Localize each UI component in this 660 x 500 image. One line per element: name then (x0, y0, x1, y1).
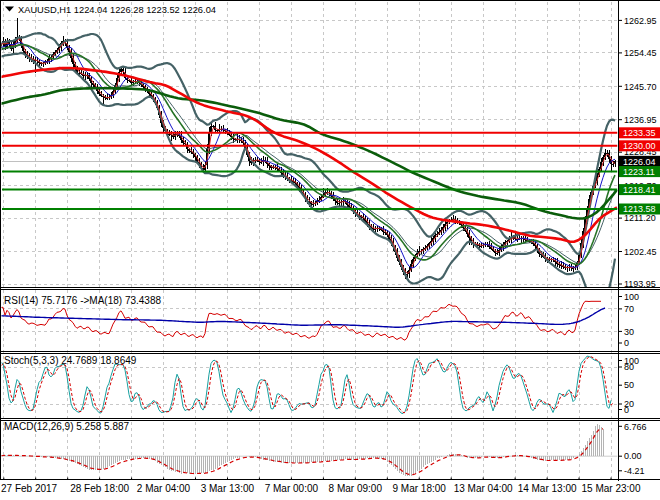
svg-text:1211.20: 1211.20 (624, 213, 656, 223)
svg-text:15 Mar 23:00: 15 Mar 23:00 (582, 483, 641, 494)
svg-text:1213.58: 1213.58 (623, 204, 656, 214)
svg-text:1233.35: 1233.35 (623, 128, 656, 138)
svg-text:30: 30 (624, 327, 634, 337)
svg-text:100: 100 (624, 292, 639, 302)
svg-text:MACD(12,26,9) 5.258 5.887: MACD(12,26,9) 5.258 5.887 (4, 421, 130, 432)
svg-text:27 Feb 2017: 27 Feb 2017 (1, 483, 58, 494)
svg-text:1193.95: 1193.95 (624, 279, 656, 289)
svg-text:50: 50 (624, 380, 634, 390)
svg-text:1202.45: 1202.45 (624, 247, 657, 257)
svg-text:RSI(14) 75.7176 ->MA(18) 73.4: RSI(14) 75.7176 ->MA(18) 73.4388 (4, 295, 161, 306)
svg-text:1254.45: 1254.45 (624, 48, 657, 58)
svg-text:1218.41: 1218.41 (623, 185, 656, 195)
svg-text:14 Mar 13:00: 14 Mar 13:00 (518, 483, 577, 494)
svg-text:1236.95: 1236.95 (624, 115, 657, 125)
svg-text:8 Mar 09:00: 8 Mar 09:00 (329, 483, 383, 494)
svg-text:80: 80 (624, 362, 634, 372)
svg-text:0.00: 0.00 (624, 451, 642, 461)
svg-text:-4.21: -4.21 (624, 466, 645, 476)
svg-text:1230.00: 1230.00 (623, 141, 656, 151)
svg-text:70: 70 (624, 304, 634, 314)
svg-text:XAUUSD,H1 1224.04 1226.28 122: XAUUSD,H1 1224.04 1226.28 1223.52 1226.0… (18, 5, 216, 15)
svg-text:28 Feb 18:00: 28 Feb 18:00 (70, 483, 129, 494)
svg-text:2 Mar 04:00: 2 Mar 04:00 (137, 483, 191, 494)
svg-text:1262.95: 1262.95 (624, 16, 657, 26)
svg-text:6.766: 6.766 (624, 422, 647, 432)
svg-text:1245.70: 1245.70 (624, 82, 657, 92)
svg-text:1223.11: 1223.11 (623, 167, 655, 177)
svg-text:9 Mar 18:00: 9 Mar 18:00 (393, 483, 447, 494)
svg-text:7 Mar 00:00: 7 Mar 00:00 (265, 483, 319, 494)
svg-text:Stoch(5,3,3) 24.7689 18.8649: Stoch(5,3,3) 24.7689 18.8649 (4, 355, 137, 366)
svg-text:0: 0 (624, 338, 629, 348)
svg-text:1226.04: 1226.04 (623, 157, 656, 167)
svg-text:0: 0 (624, 405, 629, 415)
svg-text:3 Mar 13:00: 3 Mar 13:00 (201, 483, 255, 494)
svg-text:13 Mar 04:00: 13 Mar 04:00 (454, 483, 513, 494)
